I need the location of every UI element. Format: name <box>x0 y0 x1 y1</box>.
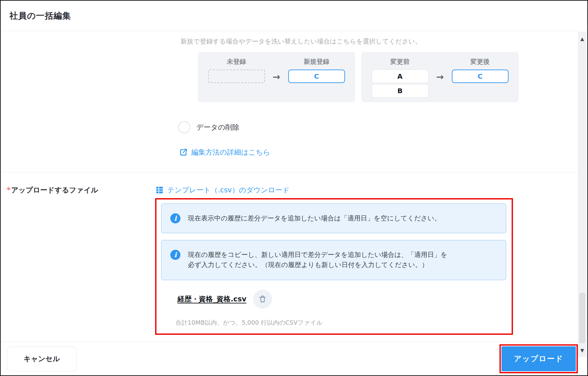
upload-file-field-content: テンプレート（.csv）のダウンロード i 現在表示中の履歴に差分データを追加し… <box>155 185 513 335</box>
radio-button[interactable] <box>178 121 190 133</box>
new-record-box: C <box>288 70 345 83</box>
upload-button[interactable]: アップロード <box>501 346 576 371</box>
unregistered-header: 未登録 <box>227 57 246 66</box>
before-values-stack: A B <box>372 70 428 98</box>
diagram-panels: 未登録 → 新規登録 C 変更前 A B <box>198 52 587 102</box>
cancel-button[interactable]: キャンセル <box>7 347 77 371</box>
new-registration-header: 新規登録 <box>304 57 329 66</box>
upload-file-field: *アップロードするファイル テンプレート（.csv）のダウンロード <box>1 172 587 335</box>
info-note-2: i 現在の履歴をコピーし、新しい適用日で差分データを追加したい場合は、「適用日」… <box>161 240 506 280</box>
trash-icon <box>258 295 267 303</box>
delete-file-button[interactable] <box>253 290 272 308</box>
bulk-edit-employees-modal: 社員の一括編集 新規で登録する場合やデータを洗い替えしたい場合はこちらを選択して… <box>0 0 588 376</box>
uploaded-file-link[interactable]: 経歴・資格_資格.csv <box>177 294 246 304</box>
required-asterisk: * <box>7 186 10 194</box>
before-change-column: 変更前 A B <box>368 57 432 98</box>
change-panel: 変更前 A B → 変更後 C <box>361 52 519 102</box>
edit-method-details-link-label: 編集方法の詳細はこちら <box>191 147 270 157</box>
uploaded-file-row: 経歴・資格_資格.csv <box>177 290 506 308</box>
upload-file-field-label: *アップロードするファイル <box>1 185 155 335</box>
info-note-2-line-1: 現在の履歴をコピーし、新しい適用日で差分データを追加したい場合は、「適用日」を <box>188 250 447 260</box>
info-icon: i <box>170 213 180 223</box>
scrollbar-thumb[interactable] <box>579 293 585 343</box>
upload-file-field-label-text: アップロードするファイル <box>11 186 98 194</box>
new-registration-column: 新規登録 C <box>285 57 348 98</box>
info-note-2-line-2: 必ず入力してください。（現在の履歴よりも新しい日付を入力してください。） <box>188 260 447 270</box>
table-icon <box>155 186 164 194</box>
empty-record-box <box>208 70 265 83</box>
after-record-box: C <box>452 70 509 83</box>
after-change-header: 変更後 <box>470 57 490 66</box>
scroll-up-arrow-icon[interactable]: ▲ <box>578 36 587 41</box>
new-registration-panel: 未登録 → 新規登録 C <box>198 52 355 102</box>
scroll-down-arrow-icon[interactable]: ▼ <box>578 348 587 353</box>
info-note-1: i 現在表示中の履歴に差分データを追加したい場合は「適用日」を空にしてください。 <box>161 204 506 233</box>
modal-footer: キャンセル アップロード <box>1 342 587 375</box>
before-change-header: 変更前 <box>390 57 410 66</box>
edit-method-details-link[interactable]: 編集方法の詳細はこちら <box>179 147 587 157</box>
upload-button-highlight: アップロード <box>499 344 578 373</box>
unregistered-column: 未登録 <box>204 57 268 98</box>
delete-data-option-label: データの削除 <box>196 123 239 132</box>
scrollbar[interactable]: ▲ ▼ <box>578 32 587 357</box>
arrow-right-icon: → <box>268 57 285 98</box>
info-note-1-text: 現在表示中の履歴に差分データを追加したい場合は「適用日」を空にしてください。 <box>188 213 441 223</box>
external-link-icon <box>179 148 188 157</box>
after-change-column: 変更後 C <box>448 57 512 98</box>
info-icon: i <box>170 250 180 260</box>
before-record-box-b: B <box>372 84 428 98</box>
modal-title: 社員の一括編集 <box>9 10 71 21</box>
file-constraints-hint: 合計10MB以内、かつ、5,000 行以内のCSVファイル <box>175 319 506 327</box>
upload-area-highlight: i 現在表示中の履歴に差分データを追加したい場合は「適用日」を空にしてください。… <box>155 198 513 335</box>
modal-header: 社員の一括編集 <box>1 1 587 31</box>
register-method-section: 新規で登録する場合やデータを洗い替えしたい場合はこちらを選択してください。 未登… <box>1 31 587 172</box>
info-note-2-text: 現在の履歴をコピーし、新しい適用日で差分データを追加したい場合は、「適用日」を … <box>188 250 447 270</box>
before-record-box-a: A <box>372 70 428 83</box>
template-download-link-label: テンプレート（.csv）のダウンロード <box>167 185 290 195</box>
delete-data-option[interactable]: データの削除 <box>178 121 587 133</box>
arrow-right-icon: → <box>432 57 448 98</box>
register-method-description: 新規で登録する場合やデータを洗い替えしたい場合はこちらを選択してください。 <box>180 37 587 46</box>
info-note-1-line: 現在表示中の履歴に差分データを追加したい場合は「適用日」を空にしてください。 <box>188 213 441 223</box>
modal-body: 新規で登録する場合やデータを洗い替えしたい場合はこちらを選択してください。 未登… <box>1 31 587 335</box>
template-download-link[interactable]: テンプレート（.csv）のダウンロード <box>155 185 513 195</box>
